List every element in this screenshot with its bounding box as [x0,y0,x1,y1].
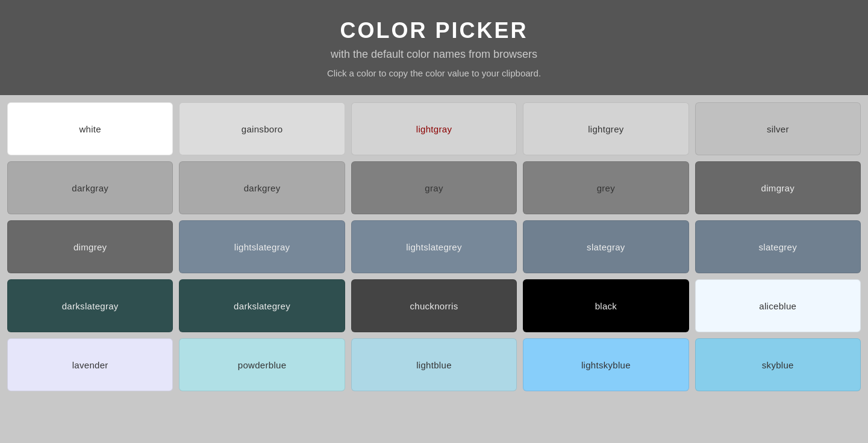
page-header: COLOR PICKER with the default color name… [0,0,868,95]
color-swatch[interactable]: black [523,279,688,332]
swatch-label: lightslategrey [401,240,467,255]
swatch-label: lightskyblue [576,358,635,373]
color-swatch[interactable]: skyblue [695,338,861,391]
swatch-label: chucknorris [405,299,463,314]
swatch-label: skyblue [757,358,799,373]
swatch-label: silver [762,122,794,137]
color-swatch[interactable]: chucknorris [351,279,517,332]
color-swatch[interactable]: white [7,102,173,155]
swatch-label: lightblue [411,358,457,373]
swatch-label: lightgrey [583,122,628,137]
swatch-label: dimgray [757,181,799,196]
color-swatch[interactable]: darkgray [7,161,173,214]
swatch-label: lightslategray [229,240,295,255]
swatch-label: lavender [67,358,113,373]
swatch-label: darkgray [67,181,113,196]
color-swatch[interactable]: powderblue [179,338,345,391]
page-instruction: Click a color to copy the color value to… [12,68,856,78]
color-swatch[interactable]: dimgray [695,161,861,214]
swatch-label: gray [420,181,448,196]
swatch-label: lightgray [411,122,457,137]
swatch-label: darkslategray [57,299,123,314]
color-swatch[interactable]: grey [523,161,688,214]
swatch-label: slategrey [754,240,802,255]
color-swatch[interactable]: aliceblue [695,279,861,332]
swatch-label: aliceblue [754,299,801,314]
swatch-label: powderblue [233,358,292,373]
color-swatch[interactable]: lightslategray [179,220,345,273]
color-swatch[interactable]: lightgray [351,102,517,155]
swatch-label: white [74,122,106,137]
color-swatch[interactable]: gray [351,161,517,214]
swatch-label: gainsboro [237,122,288,137]
swatch-label: slategray [582,240,630,255]
color-swatch[interactable]: darkgrey [179,161,345,214]
color-swatch[interactable]: slategray [523,220,688,273]
color-swatch[interactable]: lavender [7,338,173,391]
swatch-label: grey [592,181,620,196]
color-grid: whitegainsborolightgraylightgreysilverda… [0,95,868,398]
color-swatch[interactable]: darkslategrey [179,279,345,332]
color-swatch[interactable]: silver [695,102,861,155]
swatch-label: darkgrey [239,181,286,196]
color-swatch[interactable]: slategrey [695,220,861,273]
color-swatch[interactable]: lightskyblue [523,338,688,391]
swatch-label: darkslategrey [229,299,295,314]
color-swatch[interactable]: dimgrey [7,220,173,273]
swatch-label: black [590,299,622,314]
color-swatch[interactable]: lightslategrey [351,220,517,273]
color-swatch[interactable]: gainsboro [179,102,345,155]
color-swatch[interactable]: lightgrey [523,102,688,155]
color-swatch[interactable]: lightblue [351,338,517,391]
page-title: COLOR PICKER [12,18,856,43]
swatch-label: dimgrey [69,240,111,255]
page-subtitle: with the default color names from browse… [12,48,856,61]
color-swatch[interactable]: darkslategray [7,279,173,332]
